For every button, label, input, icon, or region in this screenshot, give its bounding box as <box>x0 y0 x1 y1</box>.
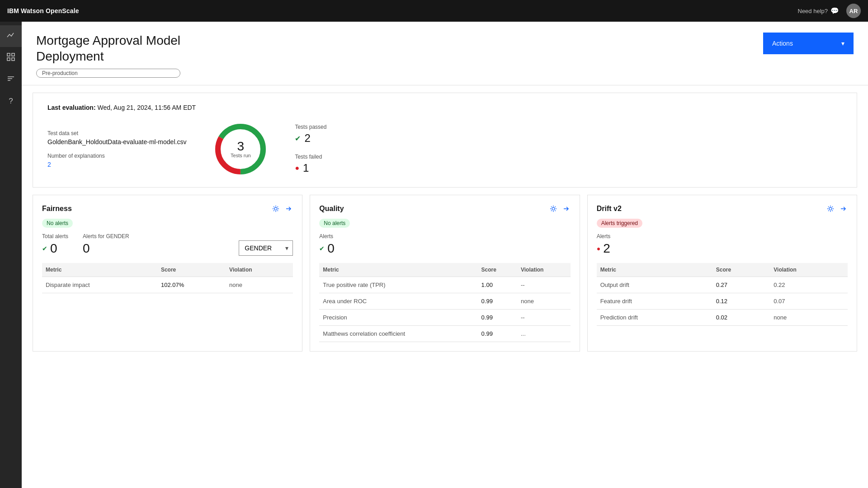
tests-failed-group: Tests failed ● 1 <box>295 154 326 174</box>
page-badge: Pre-production <box>36 69 180 78</box>
table-row: Area under ROC 0.99 none <box>319 293 570 310</box>
table-row: Matthews correlation coefficient 0.99 ..… <box>319 326 570 342</box>
fairness-gender-alerts: Alerts for GENDER 0 <box>83 233 129 256</box>
failed-dot-icon: ● <box>295 164 299 172</box>
fairness-dropdown-wrapper: GENDER <box>239 240 293 256</box>
grid-icon <box>7 53 15 63</box>
page-header: Mortgage Approval Model Deployment Pre-p… <box>22 22 868 85</box>
page-title: Mortgage Approval Model Deployment <box>36 33 180 64</box>
drift-card: Drift v2 Alerts triggered <box>587 195 857 352</box>
table-row: Output drift 0.27 0.22 <box>597 277 848 293</box>
explanations-group: Number of explanations 2 <box>47 153 186 168</box>
question-icon: ? <box>9 97 13 106</box>
topbar-logo: IBM Watson OpenScale <box>7 7 79 14</box>
fairness-card-icons <box>271 204 293 213</box>
fairness-gender-count: 0 <box>83 241 129 256</box>
drift-alerts-row: Alerts ● 2 <box>597 233 848 256</box>
sidebar-item-help[interactable]: ? <box>0 90 22 112</box>
svg-rect-2 <box>7 58 10 61</box>
eval-header: Last evaluation: Wed, Aug 21, 2024, 11:5… <box>47 104 842 111</box>
fairness-total-count: ✔ 0 <box>42 241 68 256</box>
quality-alerts-col: Alerts ✔ 0 <box>319 233 335 256</box>
passed-check-icon: ✔ <box>295 134 301 143</box>
quality-settings-button[interactable] <box>549 204 558 213</box>
fairness-card-header: Fairness <box>42 204 293 213</box>
table-row: Precision 0.99 -- <box>319 310 570 326</box>
svg-point-11 <box>552 207 555 210</box>
gender-select[interactable]: GENDER <box>239 240 293 256</box>
topbar-right: Need help? 💬 AR <box>798 4 861 18</box>
svg-rect-1 <box>12 53 14 56</box>
table-row: Feature drift 0.12 0.07 <box>597 293 848 310</box>
cards-row: Fairness No alerts <box>33 195 857 352</box>
quality-green-dot: ✔ <box>319 245 325 252</box>
eval-content: Test data set GoldenBank_HoldoutData-eva… <box>47 122 842 176</box>
quality-card-icons <box>549 204 571 213</box>
fairness-card: Fairness No alerts <box>33 195 302 352</box>
fairness-alerts-row: Total alerts ✔ 0 Alerts for GENDER 0 GEN… <box>42 233 293 256</box>
svg-point-12 <box>829 207 832 210</box>
quality-alert-count: ✔ 0 <box>319 241 335 256</box>
sidebar-item-analytics[interactable] <box>0 25 22 47</box>
help-label: Need help? <box>798 8 828 14</box>
fairness-green-dot: ✔ <box>42 245 47 252</box>
tests-passed-group: Tests passed ✔ 2 <box>295 124 326 145</box>
eval-section: Last evaluation: Wed, Aug 21, 2024, 11:5… <box>33 93 857 188</box>
quality-alerts-row: Alerts ✔ 0 <box>319 233 570 256</box>
drift-card-icons <box>826 204 848 213</box>
filters-icon <box>7 75 15 85</box>
gender-select-wrapper: GENDER <box>239 240 293 256</box>
analytics-icon <box>6 31 15 42</box>
sidebar: ? <box>0 22 22 488</box>
topbar-avatar[interactable]: AR <box>846 4 861 18</box>
sidebar-item-filters[interactable] <box>0 69 22 90</box>
drift-status-badge: Alerts triggered <box>597 219 642 228</box>
quality-status-badge: No alerts <box>319 219 350 228</box>
topbar-help[interactable]: Need help? 💬 <box>798 7 840 15</box>
drift-alerts-col: Alerts ● 2 <box>597 233 611 256</box>
page-header-left: Mortgage Approval Model Deployment Pre-p… <box>36 33 180 78</box>
fairness-table: Metric Score Violation Disparate impact … <box>42 263 293 293</box>
fairness-arrow-button[interactable] <box>284 204 293 213</box>
eval-left: Test data set GoldenBank_HoldoutData-eva… <box>47 130 186 168</box>
quality-table: Metric Score Violation True positive rat… <box>319 263 570 342</box>
topbar: IBM Watson OpenScale Need help? 💬 AR <box>0 0 868 22</box>
main-wrapper: Mortgage Approval Model Deployment Pre-p… <box>22 22 868 488</box>
table-row: Disparate impact 102.07% none <box>42 277 293 293</box>
donut-chart: 3 Tests run <box>213 122 268 176</box>
drift-card-header: Drift v2 <box>597 204 848 213</box>
svg-point-10 <box>274 207 277 210</box>
actions-button[interactable]: Actions ▾ <box>763 33 854 54</box>
quality-arrow-button[interactable] <box>561 204 571 213</box>
chevron-down-icon: ▾ <box>841 40 844 47</box>
drift-settings-button[interactable] <box>826 204 835 213</box>
svg-rect-3 <box>12 58 14 61</box>
table-row: Prediction drift 0.02 none <box>597 310 848 326</box>
quality-card: Quality No alerts <box>310 195 580 352</box>
drift-red-dot: ● <box>597 245 600 252</box>
drift-arrow-button[interactable] <box>839 204 848 213</box>
fairness-status-badge: No alerts <box>42 219 73 228</box>
svg-rect-0 <box>7 53 10 56</box>
quality-card-header: Quality <box>319 204 570 213</box>
donut-center: 3 Tests run <box>231 140 251 158</box>
chat-icon: 💬 <box>830 7 839 15</box>
fairness-total-alerts: Total alerts ✔ 0 <box>42 233 68 256</box>
drift-table: Metric Score Violation Output drift 0.27… <box>597 263 848 326</box>
tests-failed-row: ● 1 <box>295 162 326 174</box>
test-data-group: Test data set GoldenBank_HoldoutData-eva… <box>47 130 186 145</box>
eval-right: Tests passed ✔ 2 Tests failed ● 1 <box>295 124 326 174</box>
table-row: True positive rate (TPR) 1.00 -- <box>319 277 570 293</box>
sidebar-item-grid[interactable] <box>0 47 22 69</box>
drift-alert-count: ● 2 <box>597 241 611 256</box>
tests-passed-row: ✔ 2 <box>295 132 326 145</box>
fairness-settings-button[interactable] <box>271 204 280 213</box>
